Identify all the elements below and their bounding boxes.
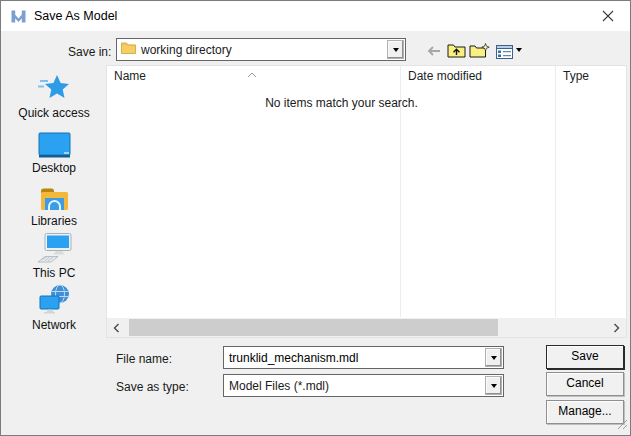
places-sidebar: Quick access Desktop Librar	[7, 65, 101, 431]
libraries-folder-icon	[7, 179, 101, 212]
resize-grip[interactable]	[615, 417, 628, 433]
file-name-input[interactable]	[224, 351, 485, 365]
save-in-label: Save in:	[68, 45, 111, 59]
save-in-dropdown-button[interactable]	[387, 40, 404, 59]
save-as-model-dialog: Save As Model Save in: working directory	[0, 0, 631, 436]
sidebar-item-label: Quick access	[7, 106, 101, 120]
network-globe-icon	[7, 283, 101, 316]
empty-list-message: No items match your search.	[107, 96, 576, 110]
file-name-dropdown-button[interactable]	[485, 348, 502, 367]
file-name-label: File name:	[116, 352, 172, 366]
view-menu-chevron-icon[interactable]	[516, 48, 522, 52]
manage-button[interactable]: Manage...	[546, 400, 624, 424]
save-as-type-value: Model Files (*.mdl)	[224, 379, 485, 393]
sidebar-item-label: Desktop	[7, 161, 101, 175]
sidebar-item-label: Libraries	[7, 214, 101, 228]
save-in-dropdown[interactable]: working directory	[116, 38, 406, 61]
up-one-level-icon[interactable]	[445, 40, 467, 60]
save-in-value: working directory	[136, 43, 387, 57]
cancel-button[interactable]: Cancel	[546, 372, 624, 396]
sidebar-item-libraries[interactable]: Libraries	[7, 179, 101, 228]
sidebar-item-label: This PC	[7, 266, 101, 280]
save-as-type-dropdown-button[interactable]	[485, 376, 502, 395]
sidebar-item-this-pc[interactable]: This PC	[7, 231, 101, 280]
close-icon[interactable]	[585, 1, 630, 31]
quick-access-star-icon	[7, 71, 101, 104]
create-new-folder-icon[interactable]	[468, 40, 490, 60]
folder-icon	[121, 42, 136, 57]
sidebar-item-label: Network	[7, 318, 101, 332]
column-header-name[interactable]: Name	[114, 69, 146, 83]
sort-ascending-icon	[247, 67, 257, 81]
file-name-combobox[interactable]	[223, 346, 504, 369]
sidebar-item-quick-access[interactable]: Quick access	[7, 71, 101, 120]
save-as-type-label: Save as type:	[116, 380, 189, 394]
chevron-down-icon	[393, 48, 399, 52]
scroll-left-icon[interactable]	[107, 318, 126, 337]
column-header-date-modified[interactable]: Date modified	[408, 69, 482, 83]
view-menu-icon[interactable]	[493, 42, 515, 62]
this-pc-icon	[7, 231, 101, 264]
desktop-monitor-icon	[7, 126, 101, 159]
save-as-type-dropdown[interactable]: Model Files (*.mdl)	[223, 374, 504, 397]
chevron-down-icon	[491, 384, 497, 388]
app-logo-icon	[11, 10, 26, 26]
scroll-right-icon[interactable]	[607, 318, 626, 337]
chevron-down-icon	[491, 356, 497, 360]
sidebar-item-desktop[interactable]: Desktop	[7, 126, 101, 175]
file-list[interactable]: Name Date modified Type No items match y…	[106, 65, 627, 338]
column-header-type[interactable]: Type	[563, 69, 589, 83]
back-arrow-icon[interactable]	[422, 41, 444, 61]
horizontal-scrollbar[interactable]	[107, 318, 626, 337]
sidebar-item-network[interactable]: Network	[7, 283, 101, 332]
scrollbar-thumb[interactable]	[129, 319, 498, 336]
save-button[interactable]: Save	[546, 345, 624, 369]
title-bar[interactable]: Save As Model	[1, 1, 630, 31]
window-title: Save As Model	[34, 9, 117, 23]
